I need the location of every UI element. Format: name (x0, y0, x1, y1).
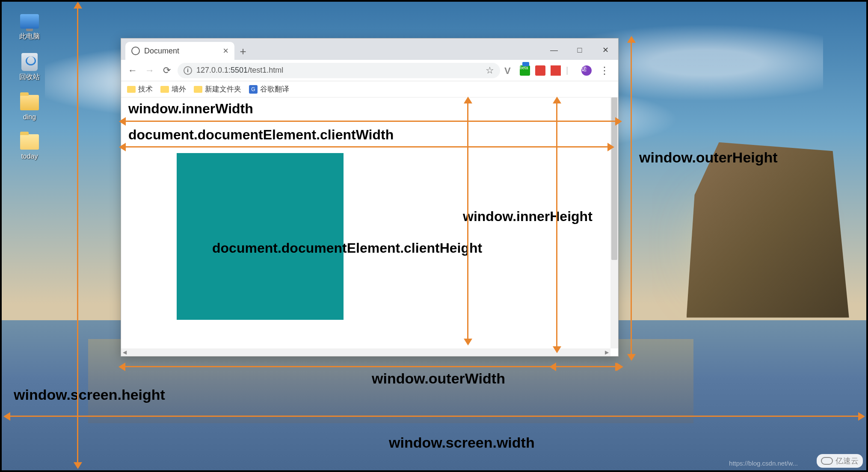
reload-button[interactable]: ⟳ (160, 64, 173, 77)
arrow-client-width (123, 146, 610, 148)
translate-icon: G (249, 85, 258, 94)
arrow-client-height (467, 101, 468, 341)
desktop-icon-folder-today[interactable]: today (15, 133, 44, 160)
desktop-icon-recycle-bin[interactable]: 回收站 (15, 53, 44, 82)
icon-label: ding (23, 113, 36, 121)
separator: | (566, 65, 576, 76)
tab-title: Document (144, 47, 179, 56)
forward-button[interactable]: → (143, 64, 156, 77)
url-port: :5501 (228, 66, 248, 74)
address-bar[interactable]: i 127.0.0.1:5501/test1.html ☆ (178, 63, 500, 78)
arrow-screen-height (77, 6, 78, 465)
source-url-watermark: https://blog.csdn.net/w... (729, 460, 798, 467)
desktop-icon-this-pc[interactable]: 此电脑 (15, 12, 44, 41)
computer-icon (20, 14, 39, 29)
new-tab-button[interactable]: + (234, 43, 252, 60)
vertical-scrollbar[interactable] (610, 97, 618, 348)
label-outer-width: window.outerWidth (372, 370, 505, 387)
recycle-bin-icon (21, 53, 38, 71)
bookmark-folder[interactable]: 墙外 (160, 84, 186, 94)
desktop-icons: 此电脑 回收站 ding today (15, 12, 44, 160)
label-client-height: document.documentElement.clientHeight (212, 240, 482, 256)
label-outer-height: window.outerHeight (639, 149, 778, 166)
label-screen-width: window.screen.width (389, 434, 535, 451)
extension-icons: V beta | 诺 (504, 65, 592, 76)
teal-square (177, 153, 344, 320)
folder-icon (127, 86, 136, 93)
label-inner-width: window.innerWidth (128, 101, 253, 117)
extension-beta-icon[interactable]: beta (520, 65, 530, 76)
label-client-width: document.documentElement.clientWidth (128, 127, 394, 143)
scroll-left-icon[interactable]: ◀ (123, 349, 127, 355)
icon-label: 回收站 (19, 73, 40, 82)
arrow-outer-width (123, 366, 619, 367)
icon-label: 此电脑 (19, 32, 40, 41)
label-inner-height: window.innerHeight (463, 209, 592, 224)
folder-icon (20, 95, 39, 110)
arrow-screen-width (8, 416, 861, 417)
extension-red-icon[interactable] (551, 65, 561, 76)
site-info-icon[interactable]: i (184, 66, 192, 75)
url-path: /test1.html (248, 66, 283, 74)
back-button[interactable]: ← (126, 64, 139, 77)
arrow-inner-height (556, 101, 557, 349)
menu-dots-icon[interactable]: ⋮ (596, 65, 613, 77)
icon-label: today (21, 153, 38, 160)
url-host: 127.0.0.1 (196, 66, 228, 74)
browser-titlebar[interactable]: Document × + — □ ✕ (121, 38, 618, 60)
bookmark-folder[interactable]: 新建文件夹 (194, 84, 241, 94)
arrow-outer-height (631, 40, 632, 357)
watermark-text: 亿速云 (835, 456, 859, 466)
watermark: 亿速云 (817, 454, 863, 468)
extension-todoist-icon[interactable] (535, 65, 545, 76)
folder-icon (160, 86, 169, 93)
window-close-button[interactable]: ✕ (592, 40, 618, 60)
desktop-icon-folder-ding[interactable]: ding (15, 94, 44, 121)
window-minimize-button[interactable]: — (541, 40, 567, 60)
window-maximize-button[interactable]: □ (567, 40, 592, 60)
tab-close-icon[interactable]: × (223, 45, 228, 56)
arrow-outer-width-notch (554, 366, 618, 367)
arrow-inner-width (123, 121, 618, 122)
bookmark-translate[interactable]: G谷歌翻译 (249, 84, 289, 94)
globe-icon (131, 47, 140, 55)
horizontal-scrollbar[interactable]: ◀ ▶ (121, 348, 610, 356)
bookmarks-bar: 技术 墙外 新建文件夹 G谷歌翻译 (121, 81, 618, 97)
cloud-icon (821, 457, 833, 465)
bookmark-folder[interactable]: 技术 (127, 84, 153, 94)
label-screen-height: window.screen.height (14, 386, 165, 403)
folder-open-icon (20, 134, 39, 150)
browser-window: Document × + — □ ✕ ← → ⟳ i 127.0.0.1:550… (121, 38, 619, 357)
profile-avatar-icon[interactable]: 诺 (581, 65, 592, 76)
browser-tab[interactable]: Document × (125, 42, 234, 60)
scroll-right-icon[interactable]: ▶ (605, 349, 609, 355)
extension-v-icon[interactable]: V (504, 65, 515, 76)
folder-icon (194, 86, 202, 93)
bookmark-star-icon[interactable]: ☆ (486, 65, 494, 76)
browser-toolbar: ← → ⟳ i 127.0.0.1:5501/test1.html ☆ V be… (121, 60, 618, 81)
